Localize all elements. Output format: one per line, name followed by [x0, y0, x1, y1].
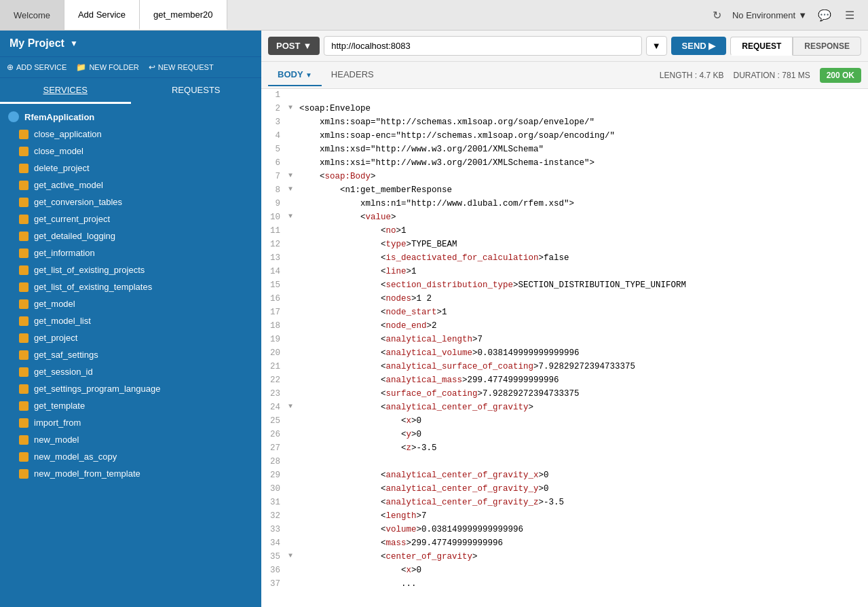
- sidebar-item-get-model-list[interactable]: get_model_list: [0, 312, 261, 329]
- headers-tab[interactable]: HEADERS: [322, 64, 383, 86]
- line-toggle[interactable]: ▼: [288, 401, 299, 412]
- response-tab[interactable]: RESPONSE: [793, 37, 861, 56]
- line-toggle[interactable]: ▼: [288, 170, 299, 181]
- tab-bar-right: ↻ No Environment ▼ 💬 ☰: [699, 0, 868, 30]
- line-number: 11: [261, 225, 288, 238]
- code-line: 34 <mass>299.47749999999996: [261, 537, 868, 551]
- method-label: POST: [276, 41, 300, 51]
- line-content: <analytical_volume>0.038149999999999996: [299, 347, 868, 360]
- service-icon: [19, 316, 29, 326]
- line-number: 8: [261, 184, 288, 197]
- line-number: 14: [261, 265, 288, 278]
- tab-requests[interactable]: REQUESTS: [131, 78, 262, 104]
- code-line: 13 <is_deactivated_for_calculation>false: [261, 252, 868, 265]
- method-button[interactable]: POST ▼: [268, 37, 320, 55]
- line-number: 15: [261, 279, 288, 292]
- sidebar-item-get-list-of-existing-templates[interactable]: get_list_of_existing_templates: [0, 278, 261, 295]
- service-icon: [19, 384, 29, 394]
- sidebar-item-delete-project[interactable]: delete_project: [0, 160, 261, 177]
- sidebar: My Project ▼ ⊕ ADD SERVICE 📁 NEW FOLDER …: [0, 31, 261, 607]
- length-label: LENGTH : 4.7 KB: [660, 71, 724, 80]
- folder-icon: 📁: [76, 62, 86, 72]
- service-icon: [19, 147, 29, 156]
- sidebar-item-get-template[interactable]: get_template: [0, 397, 261, 414]
- sidebar-item-get-current-project[interactable]: get_current_project: [0, 210, 261, 227]
- line-content: <mass>299.47749999999996: [299, 537, 868, 550]
- sidebar-item-get-session-id[interactable]: get_session_id: [0, 363, 261, 380]
- new-request-label: NEW REQUEST: [158, 63, 214, 71]
- chat-icon[interactable]: 💬: [815, 6, 834, 24]
- project-dropdown-icon[interactable]: ▼: [70, 39, 78, 48]
- line-number: 5: [261, 143, 288, 156]
- sidebar-item-get-active-model[interactable]: get_active_model: [0, 177, 261, 194]
- line-content: ...: [299, 578, 868, 591]
- code-line: 8▼ <n1:get_memberResponse: [261, 184, 868, 198]
- line-number: 35: [261, 551, 288, 564]
- line-number: 37: [261, 578, 288, 591]
- body-tab-dropdown-icon: ▼: [305, 71, 312, 79]
- line-number: 23: [261, 388, 288, 401]
- menu-icon[interactable]: ☰: [842, 6, 857, 24]
- line-content: <node_end>2: [299, 320, 868, 333]
- sidebar-item-import-from[interactable]: import_from: [0, 414, 261, 431]
- line-number: 27: [261, 442, 288, 455]
- new-request-button[interactable]: ↩ NEW REQUEST: [149, 62, 214, 72]
- environment-selector[interactable]: No Environment ▼: [732, 10, 807, 20]
- sidebar-item-get-information[interactable]: get_information: [0, 244, 261, 261]
- sidebar-item-label: new_model_from_template: [34, 468, 140, 479]
- line-toggle[interactable]: ▼: [288, 103, 299, 113]
- code-line: 10▼ <value>: [261, 211, 868, 225]
- environment-label: No Environment: [732, 10, 795, 20]
- service-icon: [19, 198, 29, 207]
- line-content: <is_deactivated_for_calculation>false: [299, 252, 868, 265]
- request-tab[interactable]: REQUEST: [730, 37, 793, 56]
- line-content: <analytical_center_of_gravity>: [299, 401, 868, 414]
- sidebar-item-get-conversion-tables[interactable]: get_conversion_tables: [0, 194, 261, 210]
- url-input[interactable]: [324, 36, 641, 56]
- sidebar-item-close-model[interactable]: close_model: [0, 143, 261, 160]
- sidebar-item-label: get_template: [34, 401, 85, 411]
- body-tab[interactable]: BODY ▼: [268, 64, 322, 86]
- sidebar-item-get-list-of-existing-projects[interactable]: get_list_of_existing_projects: [0, 261, 261, 278]
- line-content: <soap:Envelope: [299, 103, 868, 115]
- line-number: 10: [261, 211, 288, 224]
- code-line: 23 <surface_of_coating>7.928292723947333…: [261, 388, 868, 401]
- sidebar-item-get-project[interactable]: get_project: [0, 329, 261, 346]
- code-line: 30 <analytical_center_of_gravity_y>0: [261, 483, 868, 496]
- service-icon: [19, 435, 29, 445]
- url-dropdown-button[interactable]: ▼: [646, 36, 667, 56]
- tab-add-service[interactable]: Add Service: [64, 0, 140, 30]
- sidebar-item-get-detailed-logging[interactable]: get_detailed_logging: [0, 227, 261, 244]
- code-viewer[interactable]: 12▼<soap:Envelope3 xmlns:soap="http://sc…: [261, 89, 868, 607]
- line-number: 2: [261, 103, 288, 115]
- line-number: 12: [261, 238, 288, 251]
- service-icon: [19, 350, 29, 360]
- sidebar-item-get-saf-settings[interactable]: get_saf_settings: [0, 346, 261, 363]
- sidebar-item-get-settings-program-language[interactable]: get_settings_program_language: [0, 380, 261, 397]
- sidebar-item-get-model[interactable]: get_model: [0, 295, 261, 312]
- tab-get-member20[interactable]: get_member20: [140, 0, 227, 30]
- code-line: 3 xmlns:soap="http://schemas.xmlsoap.org…: [261, 116, 868, 130]
- line-toggle[interactable]: ▼: [288, 211, 299, 222]
- line-toggle[interactable]: ▼: [288, 551, 299, 562]
- add-service-button[interactable]: ⊕ ADD SERVICE: [7, 62, 67, 72]
- new-folder-button[interactable]: 📁 NEW FOLDER: [76, 62, 138, 72]
- tab-welcome[interactable]: Welcome: [0, 0, 64, 30]
- sidebar-item-new-model-as-copy[interactable]: new_model_as_copy: [0, 448, 261, 465]
- sidebar-item-close-application[interactable]: close_application: [0, 126, 261, 143]
- line-content: <center_of_gravity>: [299, 551, 868, 564]
- service-icon: [19, 418, 29, 428]
- sidebar-item-new-model-from-template[interactable]: new_model_from_template: [0, 465, 261, 482]
- send-button[interactable]: SEND ▶: [671, 37, 727, 55]
- sidebar-item-label: import_from: [34, 418, 81, 428]
- refresh-icon[interactable]: ↻: [710, 6, 724, 24]
- line-number: 4: [261, 130, 288, 143]
- line-number: 16: [261, 293, 288, 306]
- line-toggle[interactable]: ▼: [288, 184, 299, 195]
- sidebar-item-new-model[interactable]: new_model: [0, 431, 261, 448]
- line-content: <node_start>1: [299, 306, 868, 319]
- tab-services[interactable]: SERVICES: [0, 78, 131, 104]
- service-icon: [19, 164, 29, 173]
- code-line: 33 <volume>0.038149999999999996: [261, 523, 868, 537]
- sidebar-item-label: get_project: [34, 333, 77, 343]
